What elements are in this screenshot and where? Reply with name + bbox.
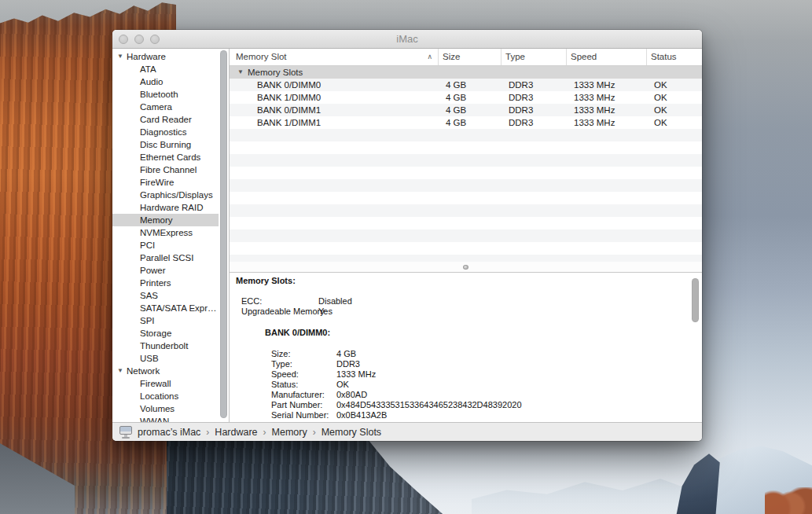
detail-value: 0x484D54333531533643465238432D48392020 [336,400,522,410]
column-header-label: Speed [571,52,597,61]
splitter[interactable] [230,262,702,272]
detail-pane: Memory Slots: ECC:DisabledUpgradeable Me… [230,272,702,422]
detail-title: Memory Slots: [230,276,702,286]
cell-size: 4 GB [438,91,501,104]
detail-label: Size: [271,349,336,359]
breadcrumb-separator-icon: › [263,427,266,438]
sidebar-item-camera[interactable]: Camera [112,101,219,113]
sidebar-section-network[interactable]: ▼Network [112,365,229,377]
sidebar-item-disc-burning[interactable]: Disc Burning [112,138,219,151]
sidebar-item-sata-sata-expr[interactable]: SATA/SATA Expr… [112,302,219,314]
sidebar-item-storage[interactable]: Storage [112,327,219,340]
sidebar-item-nvmexpress[interactable]: NVMExpress [112,226,219,239]
sidebar-item-wwan[interactable]: WWAN [112,415,219,422]
cell-speed: 1333 MHz [566,79,646,91]
table-body: ▼Memory Slots BANK 0/DIMM04 GBDDR31333 M… [230,66,702,262]
table-row[interactable]: BANK 0/DIMM04 GBDDR31333 MHzOK [230,79,702,91]
detail-label: ECC: [241,296,318,307]
imac-icon [119,426,132,435]
cell-type: DDR3 [501,91,566,104]
sidebar: ▼HardwareATAAudioBluetoothCameraCard Rea… [112,49,230,422]
detail-label: Upgradeable Memory: [241,307,318,317]
sidebar-item-ata[interactable]: ATA [112,63,219,75]
sidebar-item-audio[interactable]: Audio [112,75,219,88]
zoom-button[interactable] [150,35,160,44]
titlebar[interactable]: iMac [112,30,702,49]
cell-type: DDR3 [501,104,566,116]
column-header-label: Memory Slot [236,52,287,61]
table-row[interactable]: BANK 0/DIMM14 GBDDR31333 MHzOK [230,104,702,116]
sidebar-section-hardware[interactable]: ▼Hardware [112,50,229,63]
breadcrumb-item: Hardware [215,427,257,438]
detail-label: Manufacturer: [271,390,336,400]
column-header-type[interactable]: Type [501,49,566,65]
sidebar-item-printers[interactable]: Printers [112,277,219,289]
detail-value: DDR3 [336,359,360,369]
cell-status: OK [646,116,702,129]
cell-type: DDR3 [501,79,566,91]
column-header-size[interactable]: Size [438,49,501,65]
table-header: Memory Slot ∧ Size Type Speed Status [230,49,702,66]
sidebar-item-parallel-scsi[interactable]: Parallel SCSI [112,251,219,264]
table-group-row[interactable]: ▼Memory Slots [230,66,702,79]
cell-size: 4 GB [438,116,501,129]
detail-value: 0x0B413A2B [336,410,387,420]
disclosure-triangle-icon: ▼ [117,365,127,377]
table-row[interactable]: BANK 1/DIMM04 GBDDR31333 MHzOK [230,91,702,104]
minimize-button[interactable] [134,35,144,44]
main-panel: Memory Slot ∧ Size Type Speed Status ▼Me… [230,49,702,422]
sidebar-item-power[interactable]: Power [112,264,219,277]
sidebar-item-pci[interactable]: PCI [112,239,219,251]
statusbar: promac’s iMac›Hardware›Memory›Memory Slo… [112,422,702,441]
sidebar-item-usb[interactable]: USB [112,352,219,365]
close-button[interactable] [119,35,128,44]
detail-value: Yes [318,307,333,317]
window-title: iMac [112,33,702,45]
sort-ascending-icon: ∧ [427,49,432,65]
sidebar-item-sas[interactable]: SAS [112,289,219,302]
cell-speed: 1333 MHz [566,104,646,116]
breadcrumb: promac’s iMac›Hardware›Memory›Memory Slo… [138,427,381,438]
sidebar-item-hardware-raid[interactable]: Hardware RAID [112,201,219,214]
cell-memory-slot: BANK 1/DIMM1 [230,116,438,129]
sidebar-item-diagnostics[interactable]: Diagnostics [112,126,219,138]
detail-bank-title: BANK 0/DIMM0: [265,328,702,338]
detail-row: Serial Number:0x0B413A2B [230,410,702,420]
sidebar-item-graphics-displays[interactable]: Graphics/Displays [112,189,219,201]
table-row[interactable]: BANK 1/DIMM14 GBDDR31333 MHzOK [230,116,702,129]
sidebar-item-thunderbolt[interactable]: Thunderbolt [112,340,219,352]
detail-row: Manufacturer:0x80AD [230,390,702,400]
breadcrumb-separator-icon: › [206,427,209,438]
sidebar-item-bluetooth[interactable]: Bluetooth [112,88,219,101]
detail-label: Part Number: [271,400,336,410]
sidebar-item-firewire[interactable]: FireWire [112,176,219,189]
detail-row: Status:OK [230,380,702,390]
sidebar-section-label: Network [127,366,160,376]
sidebar-item-locations[interactable]: Locations [112,390,219,402]
sidebar-item-firewall[interactable]: Firewall [112,377,219,390]
column-header-status[interactable]: Status [646,49,702,65]
disclosure-triangle-icon: ▼ [117,50,127,63]
detail-global-rows: ECC:DisabledUpgradeable Memory:Yes [230,296,702,317]
column-header-memory-slot[interactable]: Memory Slot ∧ [230,49,438,65]
cell-status: OK [646,91,702,104]
desktop: iMac ▼HardwareATAAudioBluetoothCameraCar… [0,0,812,514]
sidebar-item-card-reader[interactable]: Card Reader [112,113,219,126]
group-row-label: Memory Slots [248,68,303,77]
detail-label: Type: [271,359,336,369]
detail-row: Upgradeable Memory:Yes [230,307,702,317]
sidebar-scrollbar-thumb[interactable] [220,50,227,418]
splitter-handle-icon[interactable] [463,265,468,270]
detail-value: 1333 MHz [336,369,376,380]
wallpaper-trees [765,487,812,514]
cell-status: OK [646,79,702,91]
sidebar-item-spi[interactable]: SPI [112,314,219,327]
sidebar-item-fibre-channel[interactable]: Fibre Channel [112,163,219,176]
sidebar-item-memory[interactable]: Memory [112,214,219,226]
detail-scrollbar-thumb[interactable] [692,278,699,322]
window-content: ▼HardwareATAAudioBluetoothCameraCard Rea… [112,49,702,422]
column-header-speed[interactable]: Speed [566,49,646,65]
cell-memory-slot: BANK 0/DIMM1 [230,104,438,116]
sidebar-item-volumes[interactable]: Volumes [112,402,219,415]
sidebar-item-ethernet-cards[interactable]: Ethernet Cards [112,151,219,163]
